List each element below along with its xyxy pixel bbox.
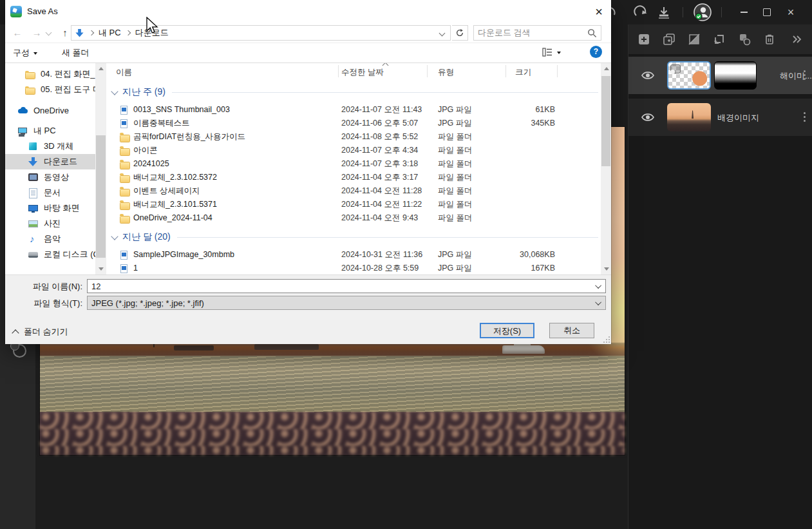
- jpg-file-icon: [120, 119, 129, 129]
- sidebar-scrollbar[interactable]: [95, 63, 106, 274]
- sidebar-item-video[interactable]: 동영상: [5, 169, 95, 185]
- column-date[interactable]: 수정한 날짜: [341, 67, 384, 78]
- boat: [254, 344, 319, 350]
- sidebar-item-disk[interactable]: 로컬 디스크 (C:): [5, 247, 95, 262]
- file-row[interactable]: 12024-10-28 오후 5:59JPG 파일167KB: [109, 262, 601, 274]
- file-row[interactable]: 배너교체_2.3.102.53722024-11-04 오후 3:17파일 폴더: [109, 171, 601, 184]
- folder-icon: [120, 146, 129, 156]
- chevron-up-icon: [12, 329, 19, 336]
- file-name-value: 12: [91, 282, 100, 291]
- sidebar-item-cube[interactable]: 3D 개체: [5, 139, 95, 154]
- more-tools-icon[interactable]: [789, 32, 803, 46]
- breadcrumb-item[interactable]: 내 PC: [99, 27, 121, 39]
- scroll-down-icon[interactable]: [601, 264, 612, 274]
- file-row[interactable]: SampleJPGImage_30mbmb2024-10-31 오전 11:36…: [109, 248, 601, 262]
- duplicate-layer-icon[interactable]: [662, 32, 676, 46]
- sidebar-item-document[interactable]: 문서: [5, 185, 95, 200]
- breadcrumb-item[interactable]: 다운로드: [135, 27, 169, 39]
- transform-frame-icon[interactable]: [712, 32, 726, 46]
- delete-layer-icon[interactable]: [762, 32, 777, 46]
- forward-icon[interactable]: →: [30, 26, 44, 40]
- export-download-icon[interactable]: [656, 5, 672, 21]
- save-button[interactable]: 저장(S): [480, 323, 534, 338]
- file-row[interactable]: OneDrive_2024-11-042024-11-04 오전 9:43파일 …: [109, 211, 601, 225]
- close-icon[interactable]: [589, 2, 609, 21]
- new-folder-button[interactable]: 새 폴더: [62, 47, 90, 59]
- sidebar-item-picture[interactable]: 사진: [5, 216, 95, 231]
- file-type-select[interactable]: JPEG (*.jpg; *.jpeg; *.jpe; *.jfif): [87, 296, 606, 310]
- file-row[interactable]: 0013_SNS Thumbnail_0032024-11-07 오전 11:4…: [109, 103, 601, 117]
- hide-folders-button[interactable]: 폴더 숨기기: [13, 326, 68, 338]
- file-row[interactable]: 이름중복테스트2024-11-06 오후 5:07JPG 파일345KB: [109, 117, 601, 130]
- pc-icon: [18, 126, 29, 136]
- layer-thumbnail[interactable]: [667, 61, 711, 90]
- column-type[interactable]: 유형: [438, 67, 454, 78]
- search-icon[interactable]: [587, 28, 597, 38]
- file-row[interactable]: 곰픽forDIAT런칭용_사용가이드2024-11-08 오후 5:52파일 폴…: [109, 130, 601, 144]
- address-bar[interactable]: 내 PC 다운로드: [71, 25, 451, 41]
- layer-row-sun[interactable]: 해이미...: [628, 57, 812, 94]
- scrollbar-thumb[interactable]: [601, 76, 610, 166]
- view-options-button[interactable]: [542, 47, 561, 57]
- column-name[interactable]: 이름: [116, 67, 132, 78]
- history-chevron-icon[interactable]: [46, 30, 52, 36]
- redo-icon[interactable]: [633, 5, 650, 21]
- file-name-input[interactable]: 12: [87, 279, 606, 293]
- sidebar-item-download[interactable]: 다운로드: [5, 154, 95, 169]
- back-icon[interactable]: ←: [10, 26, 24, 40]
- scroll-down-icon[interactable]: [95, 264, 106, 274]
- file-date: 2024-11-07 오후 3:18: [341, 157, 418, 171]
- search-box[interactable]: 다운로드 검색: [473, 25, 601, 41]
- group-header[interactable]: 지난 주 (9): [109, 85, 601, 99]
- scrollbar-thumb[interactable]: [96, 135, 106, 258]
- layer-row-background[interactable]: 배경이미지: [628, 99, 812, 136]
- layer-menu-icon[interactable]: [804, 70, 806, 81]
- column-size[interactable]: 크기: [515, 67, 531, 78]
- merge-shapes-icon[interactable]: [737, 32, 751, 46]
- minimize-button[interactable]: [732, 0, 755, 24]
- close-window-button[interactable]: ×: [779, 0, 802, 24]
- file-list-body: 지난 주 (9)0013_SNS Thumbnail_0032024-11-07…: [109, 80, 601, 274]
- chevron-down-icon[interactable]: [595, 299, 601, 305]
- file-type: 파일 폴더: [438, 157, 472, 171]
- folder-icon: [120, 186, 129, 197]
- organize-button[interactable]: 구성: [13, 47, 37, 59]
- sidebar-item-pc[interactable]: 내 PC: [5, 123, 95, 139]
- file-list-scrollbar[interactable]: [601, 63, 611, 274]
- eye-icon[interactable]: [641, 111, 655, 124]
- sidebar-item-desktop[interactable]: 바탕 화면: [5, 200, 95, 216]
- help-button[interactable]: [590, 46, 602, 58]
- add-layer-icon[interactable]: [637, 32, 651, 46]
- scroll-up-icon[interactable]: [601, 63, 612, 74]
- file-row[interactable]: 이벤트 상세페이지2024-11-04 오전 11:28파일 폴더: [109, 184, 601, 198]
- cancel-button[interactable]: 취소: [549, 323, 594, 338]
- resize-grip[interactable]: [604, 337, 610, 343]
- maximize-button[interactable]: [755, 0, 779, 24]
- dialog-titlebar[interactable]: Save As: [5, 0, 611, 23]
- refresh-button[interactable]: [452, 25, 468, 41]
- chevron-down-icon[interactable]: [595, 282, 601, 289]
- file-name: 20241025: [120, 157, 169, 171]
- file-row[interactable]: 아이콘2024-11-07 오후 4:34파일 폴더: [109, 144, 601, 157]
- file-row[interactable]: 배너교체_2.3.101.53712024-11-04 오전 11:22파일 폴…: [109, 198, 601, 211]
- up-icon[interactable]: ↑: [58, 26, 72, 40]
- sidebar-item-music[interactable]: 음악: [5, 231, 95, 247]
- sidebar-item-cloud[interactable]: OneDrive: [5, 102, 95, 118]
- group-header[interactable]: 지난 달 (20): [109, 230, 601, 244]
- blend-mode-icon[interactable]: [687, 32, 701, 46]
- file-type: 파일 폴더: [438, 184, 472, 198]
- eye-icon[interactable]: [641, 69, 655, 82]
- layers-panel: 해이미... 배경이미지: [628, 24, 812, 529]
- sidebar-item-folder[interactable]: 04. 편집 화면_한: [5, 66, 95, 82]
- adjustment-badge-icon: [670, 64, 681, 73]
- layer-thumbnail[interactable]: [667, 103, 711, 131]
- scroll-up-icon[interactable]: [95, 63, 106, 74]
- file-type: 파일 폴더: [438, 130, 472, 144]
- user-avatar[interactable]: [693, 3, 712, 22]
- layer-menu-icon[interactable]: [804, 112, 806, 122]
- chevron-down-icon[interactable]: [439, 30, 446, 36]
- file-row[interactable]: 202410252024-11-07 오후 3:18파일 폴더: [109, 157, 601, 171]
- list-view-icon: [542, 47, 553, 57]
- layer-mask-thumbnail[interactable]: [714, 61, 757, 90]
- sidebar-item-folder[interactable]: 05. 편집 도구 메: [5, 82, 95, 97]
